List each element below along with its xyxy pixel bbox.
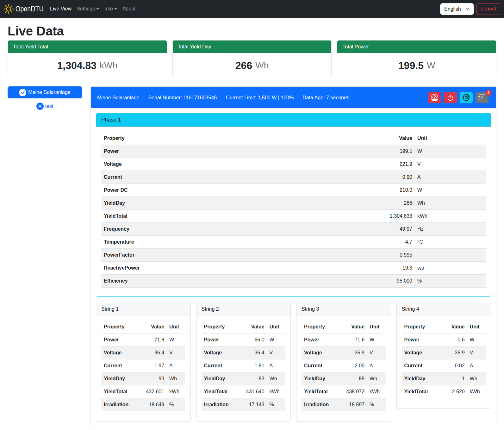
limit-settings-button[interactable] bbox=[428, 92, 441, 103]
event-log-button[interactable]: 2 bbox=[476, 92, 488, 103]
row-value: 2.520 bbox=[439, 385, 467, 398]
row-value: 95.000 bbox=[289, 275, 415, 288]
summary-card-title: Total Yield Total bbox=[8, 41, 167, 53]
strings-row: String 1PropertyValueUnitPower71.8WVolta… bbox=[96, 303, 491, 422]
table-row: YieldDay1Wh bbox=[402, 372, 486, 385]
row-unit: % bbox=[415, 275, 486, 288]
string-table: PropertyValueUnitPower0.6WVoltage35.9VCu… bbox=[402, 321, 486, 398]
table-row: Power0.6W bbox=[402, 333, 486, 346]
string-card: String 1PropertyValueUnitPower71.8WVolta… bbox=[96, 303, 191, 422]
row-unit: kWh bbox=[367, 385, 385, 398]
string-card-body: PropertyValueUnitPower71.8WVoltage36.4VC… bbox=[96, 315, 190, 421]
row-value: 71.6 bbox=[339, 333, 367, 346]
col-header-unit: Unit bbox=[415, 132, 486, 145]
table-row: YieldDay93Wh bbox=[101, 372, 185, 385]
row-value: 431.640 bbox=[239, 385, 267, 398]
row-unit: Wh bbox=[267, 372, 285, 385]
table-header-row: PropertyValueUnit bbox=[202, 321, 286, 333]
col-header-value: Value bbox=[289, 132, 415, 145]
table-row: YieldTotal1,304.833kWh bbox=[101, 210, 486, 223]
row-property: YieldTotal bbox=[302, 385, 339, 398]
phase-card-header: Phase 1 bbox=[96, 113, 491, 127]
row-value: 0.02 bbox=[439, 359, 467, 372]
string-card: String 4PropertyValueUnitPower0.6WVoltag… bbox=[396, 303, 491, 409]
table-row: YieldTotal431.640kWh bbox=[202, 385, 286, 398]
table-row: Voltage36.4V bbox=[202, 346, 286, 359]
row-value: 35.9 bbox=[339, 346, 367, 359]
row-property: YieldDay bbox=[101, 372, 139, 385]
nav-item-about[interactable]: About bbox=[120, 3, 138, 14]
table-row: Current2.00A bbox=[302, 359, 386, 372]
row-value: 1.81 bbox=[239, 359, 267, 372]
dropdown-caret-icon bbox=[114, 8, 117, 10]
nav-item-label: Live View bbox=[50, 6, 72, 12]
row-unit: W bbox=[415, 184, 486, 197]
inverter-limit: Current Limit: 1,500 W | 100% bbox=[225, 94, 295, 102]
nav-item-label: Settings bbox=[77, 6, 95, 12]
table-row: Temperature4.7°C bbox=[101, 236, 486, 249]
row-property: Power bbox=[101, 333, 139, 346]
summary-card-unit: kWh bbox=[100, 60, 117, 71]
phase-card-body: PropertyValueUnitPower199.5WVoltage221.9… bbox=[96, 127, 491, 296]
row-property: YieldTotal bbox=[101, 385, 139, 398]
brand[interactable]: OpenDTU bbox=[4, 4, 44, 14]
inverter-selected-button[interactable]: Meine Solaranlage bbox=[8, 86, 82, 98]
row-unit: kWh bbox=[467, 385, 486, 398]
row-value: 35.9 bbox=[439, 346, 467, 359]
power-icon bbox=[447, 94, 454, 101]
nav-item-info[interactable]: Info bbox=[102, 3, 120, 14]
row-property: Power DC bbox=[101, 184, 289, 197]
summary-card-body: 1,304.83kWh bbox=[8, 53, 167, 78]
table-row: Voltage35.9V bbox=[302, 346, 386, 359]
row-property: Voltage bbox=[302, 346, 339, 359]
table-row: Power71.6W bbox=[302, 333, 386, 346]
inverter-unselected-item[interactable]: test bbox=[8, 103, 82, 110]
row-value: 1,304.833 bbox=[289, 210, 415, 223]
inverter-selected-label: Meine Solaranlage bbox=[28, 90, 70, 95]
row-property: Current bbox=[402, 359, 439, 372]
device-info-button[interactable] bbox=[460, 92, 473, 103]
row-property: Temperature bbox=[101, 236, 289, 249]
summary-card-value: 199.5 bbox=[398, 59, 424, 72]
inverter-action-buttons: 2 bbox=[428, 92, 488, 103]
row-property: Voltage bbox=[101, 158, 289, 171]
summary-cards-row: Total Yield Total1,304.83kWhTotal Yield … bbox=[8, 40, 496, 78]
logout-button[interactable]: Logout bbox=[476, 3, 500, 15]
string-card-title: String 2 bbox=[196, 303, 291, 315]
row-property: YieldDay bbox=[402, 372, 439, 385]
row-property: Current bbox=[302, 359, 339, 372]
dropdown-caret-icon bbox=[96, 8, 99, 10]
row-property: Current bbox=[101, 359, 139, 372]
inverter-sidebar: Meine Solaranlage test bbox=[8, 86, 82, 110]
col-header-property: Property bbox=[402, 321, 439, 333]
phase-card: Phase 1 PropertyValueUnitPower199.5WVolt… bbox=[96, 113, 491, 297]
string-card: String 2PropertyValueUnitPower66.0WVolta… bbox=[196, 303, 291, 422]
live-data-row: Meine Solaranlage test Meine Solaranlage… bbox=[8, 86, 496, 427]
row-unit: V bbox=[167, 346, 185, 359]
row-property: Voltage bbox=[101, 346, 139, 359]
row-property: Irradiation bbox=[202, 398, 239, 411]
table-header-row: PropertyValueUnit bbox=[302, 321, 386, 333]
string-table: PropertyValueUnitPower71.6WVoltage35.9VC… bbox=[302, 321, 386, 411]
language-select[interactable]: English bbox=[440, 3, 474, 15]
row-unit: % bbox=[167, 398, 185, 411]
table-row: Voltage221.9V bbox=[101, 158, 486, 171]
brand-label: OpenDTU bbox=[16, 4, 39, 13]
summary-card-value: 266 bbox=[235, 59, 252, 72]
sun-icon bbox=[4, 4, 14, 14]
table-row: Power199.5W bbox=[101, 145, 486, 158]
col-header-value: Value bbox=[239, 321, 267, 333]
power-settings-button[interactable] bbox=[444, 92, 457, 103]
nav-item-live-view[interactable]: Live View bbox=[47, 3, 74, 14]
summary-card-body: 266Wh bbox=[173, 53, 332, 78]
nav-item-settings[interactable]: Settings bbox=[74, 3, 102, 14]
table-row: YieldDay89Wh bbox=[302, 372, 386, 385]
table-row: Current1.81A bbox=[202, 359, 286, 372]
row-value: 1 bbox=[439, 372, 467, 385]
row-unit: V bbox=[267, 346, 285, 359]
row-property: Power bbox=[302, 333, 339, 346]
table-row: Current1.97A bbox=[101, 359, 185, 372]
row-value: 36.4 bbox=[239, 346, 267, 359]
col-header-value: Value bbox=[139, 321, 167, 333]
row-value: 83 bbox=[239, 372, 267, 385]
